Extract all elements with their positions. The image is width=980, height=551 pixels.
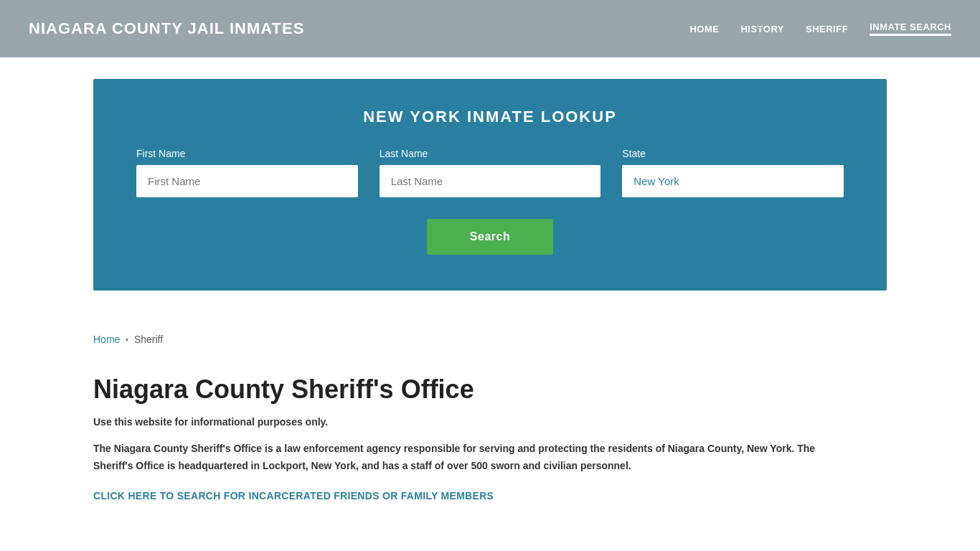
search-button[interactable]: Search (427, 219, 553, 255)
first-name-label: First Name (136, 148, 358, 159)
nav-history[interactable]: HISTORY (740, 24, 784, 34)
nav-home[interactable]: HOME (689, 24, 719, 34)
nav-sheriff[interactable]: SHERIFF (806, 24, 848, 34)
first-name-group: First Name (136, 148, 358, 197)
breadcrumb-separator: • (126, 336, 128, 344)
state-label: State (622, 148, 844, 159)
state-input[interactable] (622, 165, 844, 197)
last-name-group: Last Name (380, 148, 601, 197)
nav-inmate-search[interactable]: INMATE SEARCH (870, 22, 951, 36)
cta-search-link[interactable]: CLICK HERE to Search for Incarcerated Fr… (93, 490, 494, 501)
page-heading: Niagara County Sheriff's Office (93, 374, 887, 405)
last-name-input[interactable] (380, 165, 601, 197)
breadcrumb: Home • Sheriff (93, 334, 887, 345)
main-content: Home • Sheriff Niagara County Sheriff's … (0, 312, 980, 531)
search-section-title: NEW YORK INMATE LOOKUP (136, 108, 844, 126)
page-subtitle: Use this website for informational purpo… (93, 416, 887, 428)
site-title: NIAGARA COUNTY JAIL INMATES (29, 19, 304, 38)
main-nav: HOME HISTORY SHERIFF INMATE SEARCH (689, 22, 951, 36)
search-button-wrapper: Search (136, 219, 844, 255)
breadcrumb-home-link[interactable]: Home (93, 334, 120, 345)
first-name-input[interactable] (136, 165, 358, 197)
last-name-label: Last Name (380, 148, 601, 159)
inmate-search-section: NEW YORK INMATE LOOKUP First Name Last N… (93, 79, 887, 291)
search-fields-container: First Name Last Name State (136, 148, 844, 197)
breadcrumb-current: Sheriff (134, 334, 163, 345)
page-description: The Niagara County Sheriff's Office is a… (93, 441, 847, 475)
site-header: NIAGARA COUNTY JAIL INMATES HOME HISTORY… (0, 0, 980, 57)
state-group: State (622, 148, 844, 197)
